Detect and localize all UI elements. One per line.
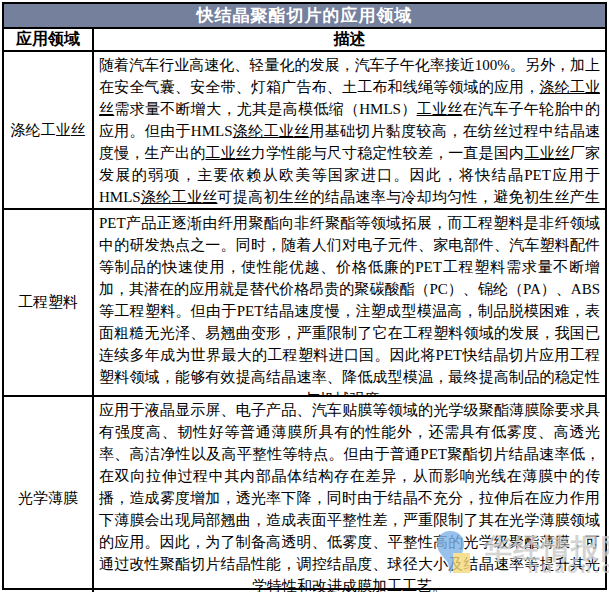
description-optical-film: 应用于液晶显示屏、电子产品、汽车贴膜等领域的光学级聚酯薄膜除要求具有强度高、韧性… bbox=[94, 397, 605, 592]
field-label-polyester-industrial-yarn: 涤纶工业丝 bbox=[4, 52, 94, 208]
field-label-optical-film: 光学薄膜 bbox=[4, 397, 94, 592]
field-label-engineering-plastics: 工程塑料 bbox=[4, 210, 94, 395]
description-engineering-plastics: PET产品正逐渐由纤用聚酯向非纤聚酯等领域拓展，而工程塑料是非纤领域中的研发热点… bbox=[94, 210, 605, 395]
header-description: 描述 bbox=[94, 29, 605, 50]
description-polyester-industrial-yarn: 随着汽车行业高速化、轻量化的发展，汽车子午化率接近100%。另外，加上在安全气囊… bbox=[94, 52, 605, 208]
table-row: 涤纶工业丝 随着汽车行业高速化、轻量化的发展，汽车子午化率接近100%。另外，加… bbox=[4, 52, 605, 210]
table-row: 光学薄膜 应用于液晶显示屏、电子产品、汽车贴膜等领域的光学级聚酯薄膜除要求具有强… bbox=[4, 397, 605, 592]
table-body: 涤纶工业丝 随着汽车行业高速化、轻量化的发展，汽车子午化率接近100%。另外，加… bbox=[4, 52, 605, 592]
table-header-row: 应用领域 描述 bbox=[4, 29, 605, 52]
table-title-bar: 快结晶聚酯切片的应用领域 bbox=[4, 4, 605, 29]
application-fields-table: 快结晶聚酯切片的应用领域 应用领域 描述 涤纶工业丝 随着汽车行业高速化、轻量化… bbox=[2, 2, 607, 590]
table-title: 快结晶聚酯切片的应用领域 bbox=[197, 4, 413, 27]
header-application-field: 应用领域 bbox=[4, 29, 94, 50]
table-row: 工程塑料 PET产品正逐渐由纤用聚酯向非纤聚酯等领域拓展，而工程塑料是非纤领域中… bbox=[4, 210, 605, 397]
